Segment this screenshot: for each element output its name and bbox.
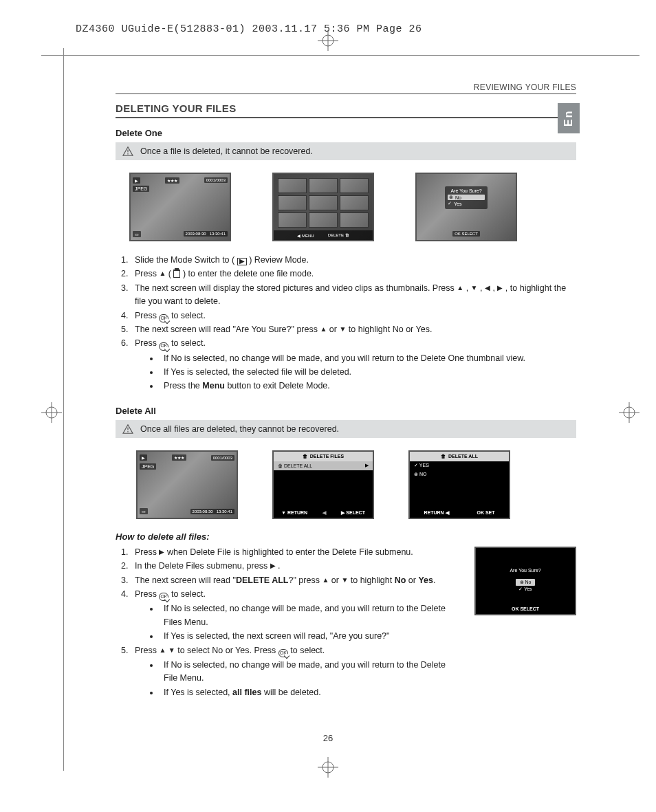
subheading-delete-one: Delete One bbox=[116, 128, 576, 138]
ok-button-icon: OK bbox=[159, 593, 168, 601]
left-arrow-icon: ◀ bbox=[485, 285, 490, 292]
ok-button-icon: OK bbox=[159, 314, 168, 322]
screenshot-row-1: ▶ ★★★ 0001/0003 JPEG ▭ 2003:08:30 13:30:… bbox=[129, 173, 562, 241]
subheading-delete-all: Delete All bbox=[116, 406, 576, 416]
svg-point-15 bbox=[127, 431, 129, 432]
lcd-review-screen: ▶ ★★★ 0001/0003 JPEG ▭ 2003:08:30 13:30:… bbox=[129, 173, 231, 241]
lcd-review-screen: ▶ ★★★ 0001/0003 JPEG ▭ 2003:08:30 13:30:… bbox=[136, 450, 238, 519]
bullet: If No is selected, no change will be mad… bbox=[160, 352, 576, 365]
registration-mark-right bbox=[619, 402, 639, 423]
breadcrumb: REVIEWING YOUR FILES bbox=[116, 83, 576, 92]
warning-text: Once all files are deleted, they cannot … bbox=[140, 424, 339, 434]
step: The next screen will read "Are You Sure?… bbox=[131, 323, 576, 336]
up-arrow-icon: ▲ bbox=[320, 326, 327, 333]
registration-mark-bottom bbox=[318, 757, 338, 778]
step: Press OK to select. If No is selected, n… bbox=[131, 337, 576, 393]
step: Press OK to select. If No is selected, n… bbox=[131, 588, 446, 644]
up-arrow-icon: ▲ bbox=[457, 285, 463, 292]
step: Press ▲ ▼ to select No or Yes. Press OK … bbox=[131, 644, 446, 700]
warning-icon bbox=[122, 146, 133, 156]
page-number: 26 bbox=[0, 733, 656, 743]
header-rule bbox=[116, 94, 576, 94]
step: The next screen will display the stored … bbox=[131, 282, 576, 309]
up-arrow-icon: ▲ bbox=[159, 647, 166, 654]
down-arrow-icon: ▼ bbox=[471, 285, 478, 292]
registration-mark-left bbox=[41, 402, 62, 423]
lcd-thumbnail-screen: ◀ MENU DELETE 🗑 bbox=[272, 173, 374, 241]
step: Press OK to select. bbox=[131, 309, 576, 322]
screenshot-row-2: ▶ ★★★ 0001/0003 JPEG ▭ 2003:08:30 13:30:… bbox=[136, 450, 562, 519]
down-arrow-icon: ▼ bbox=[341, 577, 348, 584]
play-icon: ▶ bbox=[237, 258, 247, 265]
ok-button-icon: OK bbox=[278, 649, 288, 657]
trim-line-vertical bbox=[63, 48, 64, 771]
howto-heading: How to delete all files: bbox=[116, 531, 576, 542]
lcd-delete-files-menu: 🗑DELETE FILES 🗑 DELETE ALL▶ ▼ RETURN◀▶ S… bbox=[272, 450, 374, 519]
section-title: DELETING YOUR FILES bbox=[116, 102, 576, 118]
bullet: If Yes is selected, the selected file wi… bbox=[160, 366, 576, 379]
print-header: DZ4360 UGuide-E(512883-01) 2003.11.17 5:… bbox=[76, 23, 422, 35]
step: Press ▶ when Delete File is highlighted … bbox=[131, 546, 446, 559]
bullet: Press the Menu button to exit Delete Mod… bbox=[160, 380, 576, 393]
warning-icon bbox=[122, 424, 133, 434]
lcd-confirm-screen: Are You Sure? ⊗No ✓Yes OK SELECT bbox=[415, 173, 517, 241]
lcd-delete-all-menu: 🗑DELETE ALL ✓ YES ⊗ NO RETURN ◀OK SET bbox=[408, 450, 510, 519]
right-arrow-icon: ▶ bbox=[270, 562, 276, 569]
bullet: If No is selected, no change will be mad… bbox=[160, 602, 446, 629]
step: In the Delete Files submenu, press ▶ . bbox=[131, 560, 446, 573]
registration-mark-top bbox=[318, 30, 338, 51]
trash-icon bbox=[173, 270, 180, 278]
lcd-confirm-screen-2: Are You Sure? ⊗ No ✓ Yes OK SELECT bbox=[474, 547, 576, 615]
language-tab: En bbox=[558, 103, 580, 133]
delete-all-instructions: How to delete all files: Are You Sure? ⊗… bbox=[116, 531, 576, 699]
warning-bar: Once a file is deleted, it cannot be rec… bbox=[116, 142, 576, 160]
bullet: If Yes is selected, the next screen will… bbox=[160, 630, 446, 643]
svg-point-13 bbox=[127, 153, 129, 155]
bullet: If Yes is selected, all files will be de… bbox=[160, 686, 446, 699]
bullet: If No is selected, no change will be mad… bbox=[160, 659, 446, 685]
page-content: REVIEWING YOUR FILES En DELETING YOUR FI… bbox=[116, 83, 576, 712]
down-arrow-icon: ▼ bbox=[168, 647, 175, 654]
step: Slide the Mode Switch to ( ▶ ) Review Mo… bbox=[131, 254, 576, 267]
steps-delete-all: Press ▶ when Delete File is highlighted … bbox=[116, 546, 446, 699]
step: The next screen will read "DELETE ALL?" … bbox=[131, 574, 446, 587]
up-arrow-icon: ▲ bbox=[159, 270, 166, 277]
up-arrow-icon: ▲ bbox=[322, 577, 329, 584]
down-arrow-icon: ▼ bbox=[339, 326, 346, 333]
warning-bar: Once all files are deleted, they cannot … bbox=[116, 420, 576, 438]
ok-button-icon: OK bbox=[159, 342, 168, 351]
warning-text: Once a file is deleted, it cannot be rec… bbox=[140, 146, 313, 156]
trim-line-horizontal bbox=[41, 55, 639, 56]
steps-delete-one: Slide the Mode Switch to ( ▶ ) Review Mo… bbox=[116, 254, 576, 393]
step: Press ▲ ( ) to enter the delete one file… bbox=[131, 267, 576, 281]
